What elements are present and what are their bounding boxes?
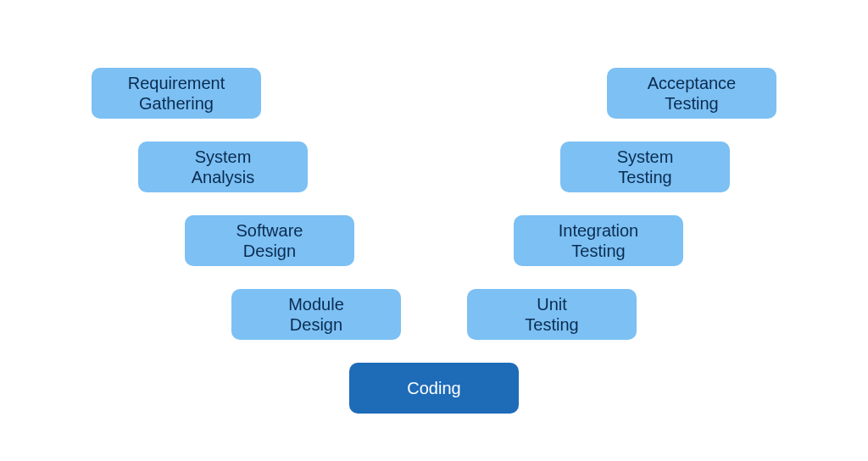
box-label: Coding [407,378,460,398]
box-label: SoftwareDesign [236,220,303,261]
box-requirement-gathering: RequirementGathering [92,68,261,119]
box-label: SystemTesting [617,147,674,187]
box-unit-testing: UnitTesting [467,289,637,340]
box-coding: Coding [349,363,519,414]
box-system-analysis: SystemAnalysis [138,142,308,192]
box-system-testing: SystemTesting [560,142,730,192]
box-label: UnitTesting [525,294,578,335]
box-label: SystemAnalysis [192,147,254,187]
box-label: AcceptanceTesting [648,73,737,114]
box-label: ModuleDesign [288,294,344,335]
box-software-design: SoftwareDesign [185,215,354,266]
box-integration-testing: IntegrationTesting [514,215,683,266]
box-label: RequirementGathering [128,73,225,114]
box-acceptance-testing: AcceptanceTesting [607,68,776,119]
box-label: IntegrationTesting [559,220,639,261]
box-module-design: ModuleDesign [231,289,401,340]
